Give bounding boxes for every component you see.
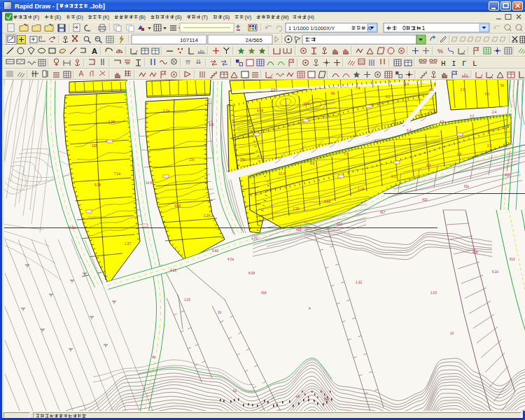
svg-text:14.8: 14.8 — [146, 181, 152, 185]
svg-text:(W): (W) — [281, 15, 288, 20]
svg-text:4.1: 4.1 — [429, 88, 434, 92]
svg-text:(V): (V) — [245, 15, 251, 20]
svg-text:(D): (D) — [76, 15, 83, 20]
svg-text:I: I — [451, 59, 456, 68]
svg-text:613: 613 — [510, 258, 515, 261]
svg-text:419: 419 — [296, 228, 302, 232]
svg-text:Rapid Draw - [: Rapid Draw - [ — [15, 3, 59, 10]
svg-text:4.2a: 4.2a — [227, 258, 234, 261]
svg-text:9.2a: 9.2a — [69, 226, 76, 230]
svg-text:417: 417 — [380, 211, 386, 214]
svg-text:8.8: 8.8 — [374, 140, 379, 144]
svg-text:418: 418 — [505, 174, 510, 177]
svg-text:8.2: 8.2 — [386, 95, 391, 99]
svg-text:7.4: 7.4 — [356, 87, 360, 90]
svg-text:1: 1 — [422, 24, 426, 31]
svg-text:a: a — [309, 307, 311, 310]
svg-text:14: 14 — [450, 332, 454, 335]
svg-text:2.6: 2.6 — [190, 158, 195, 162]
svg-text:4b: 4b — [152, 356, 156, 359]
svg-text:7.7: 7.7 — [344, 153, 349, 156]
svg-text:3.6: 3.6 — [405, 83, 410, 86]
svg-text:(K): (K) — [103, 15, 109, 20]
svg-text:e8: e8 — [296, 395, 300, 398]
svg-text:9.6: 9.6 — [310, 162, 315, 165]
svg-text:(E): (E) — [55, 15, 61, 20]
svg-text:(T): (T) — [202, 15, 208, 20]
svg-text:1.37: 1.37 — [125, 242, 131, 246]
svg-text:Γ: Γ — [462, 59, 467, 68]
svg-text:128: 128 — [92, 144, 97, 148]
svg-text:(S): (S) — [175, 15, 181, 20]
svg-text:.Job]: .Job] — [90, 3, 105, 10]
svg-text:2.4: 2.4 — [492, 111, 497, 114]
svg-text:6.1b: 6.1b — [492, 270, 498, 274]
svg-text:1.26: 1.26 — [108, 120, 115, 124]
svg-text:1.28: 1.28 — [204, 214, 210, 218]
svg-text:A: A — [92, 47, 97, 55]
svg-text:107114: 107114 — [180, 37, 199, 43]
svg-text:(F): (F) — [33, 15, 39, 20]
svg-text:3.04: 3.04 — [271, 88, 277, 92]
svg-text:L: L — [472, 59, 477, 68]
svg-text:b2: b2 — [233, 389, 237, 393]
svg-text:6.6: 6.6 — [457, 153, 462, 156]
svg-text:9.62: 9.62 — [212, 249, 218, 253]
svg-text:61s: 61s — [464, 185, 470, 188]
svg-text:3.2: 3.2 — [470, 115, 475, 118]
svg-text:2.2: 2.2 — [487, 144, 492, 148]
svg-text:8.08: 8.08 — [248, 272, 255, 275]
svg-text:(S): (S) — [223, 15, 230, 20]
svg-text:1b: 1b — [218, 311, 222, 314]
svg-text:1.2a: 1.2a — [163, 109, 169, 113]
svg-text:1.03: 1.03 — [184, 298, 190, 302]
svg-text:6.1: 6.1 — [485, 92, 490, 96]
svg-text:4.06: 4.06 — [324, 200, 330, 204]
svg-text:1 1/1000 1/1000X/Y: 1 1/1000 1/1000X/Y — [288, 25, 335, 31]
svg-text:1.19: 1.19 — [358, 188, 364, 191]
svg-text:4.08: 4.08 — [257, 109, 263, 113]
svg-text:1.20: 1.20 — [251, 237, 258, 240]
svg-text:4.28: 4.28 — [170, 269, 176, 272]
svg-text:/0: /0 — [368, 25, 372, 31]
svg-text:(B): (B) — [139, 15, 146, 20]
svg-text:8a: 8a — [331, 92, 335, 95]
svg-text:%: % — [438, 48, 443, 55]
svg-text:14.6: 14.6 — [303, 102, 309, 106]
svg-text:5b: 5b — [500, 84, 505, 88]
svg-text:24/565: 24/565 — [246, 37, 263, 43]
svg-text:418: 418 — [261, 291, 267, 295]
svg-text:410: 410 — [422, 198, 428, 202]
svg-text:418: 418 — [472, 251, 478, 254]
svg-text:12.4: 12.4 — [279, 172, 285, 176]
svg-text:6.4: 6.4 — [407, 129, 412, 132]
svg-text:14.8: 14.8 — [174, 204, 181, 208]
svg-text:7.2a: 7.2a — [114, 172, 120, 176]
svg-text:1.28: 1.28 — [293, 207, 299, 211]
svg-text:0: 0 — [402, 24, 406, 31]
svg-text:(H): (H) — [307, 15, 314, 20]
svg-text:2.8: 2.8 — [461, 88, 465, 92]
svg-text:413: 413 — [337, 223, 342, 226]
svg-text:1.03: 1.03 — [430, 291, 437, 295]
svg-text:4.9: 4.9 — [440, 120, 444, 124]
svg-text:15a: 15a — [240, 158, 246, 162]
svg-text:1.32: 1.32 — [356, 281, 362, 284]
svg-text:8.5: 8.5 — [391, 175, 396, 178]
svg-text:9.8: 9.8 — [209, 123, 214, 127]
svg-text:3.3: 3.3 — [426, 164, 431, 167]
svg-text:9.28: 9.28 — [94, 183, 101, 187]
svg-text:H: H — [441, 59, 446, 68]
